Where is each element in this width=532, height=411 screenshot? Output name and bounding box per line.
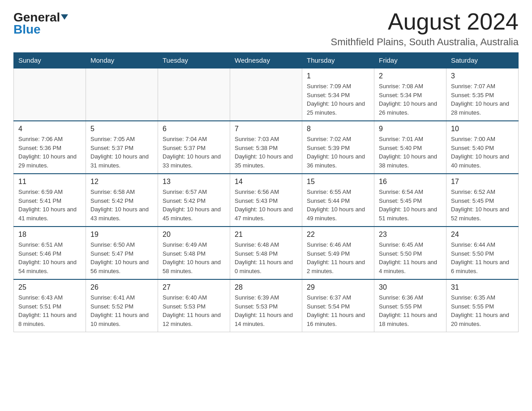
day-number: 14: [235, 178, 297, 186]
day-number: 2: [379, 72, 442, 80]
logo-blue-text: Blue: [13, 23, 41, 36]
day-number: 28: [235, 283, 297, 291]
day-info: Sunrise: 7:08 AMSunset: 5:34 PMDaylight:…: [379, 82, 442, 117]
calendar-cell: 28Sunrise: 6:39 AMSunset: 5:53 PMDayligh…: [230, 279, 302, 332]
day-info: Sunrise: 7:03 AMSunset: 5:38 PMDaylight:…: [235, 135, 297, 170]
calendar-cell: 11Sunrise: 6:59 AMSunset: 5:41 PMDayligh…: [14, 174, 86, 227]
day-number: 29: [307, 283, 369, 291]
weekday-header-thursday: Thursday: [302, 53, 374, 68]
day-info: Sunrise: 7:09 AMSunset: 5:34 PMDaylight:…: [307, 82, 369, 117]
calendar-cell: 27Sunrise: 6:40 AMSunset: 5:53 PMDayligh…: [158, 279, 230, 332]
calendar-cell: 30Sunrise: 6:36 AMSunset: 5:55 PMDayligh…: [374, 279, 446, 332]
calendar-cell: 3Sunrise: 7:07 AMSunset: 5:35 PMDaylight…: [446, 68, 519, 121]
day-info: Sunrise: 6:57 AMSunset: 5:42 PMDaylight:…: [163, 188, 225, 223]
week-row-2: 4Sunrise: 7:06 AMSunset: 5:36 PMDaylight…: [14, 121, 519, 174]
day-info: Sunrise: 6:35 AMSunset: 5:55 PMDaylight:…: [451, 293, 514, 328]
logo-arrow-icon: [61, 14, 68, 20]
day-number: 20: [163, 231, 225, 239]
calendar-cell: 7Sunrise: 7:03 AMSunset: 5:38 PMDaylight…: [230, 121, 302, 174]
calendar-cell: 25Sunrise: 6:43 AMSunset: 5:51 PMDayligh…: [14, 279, 86, 332]
calendar-cell: 31Sunrise: 6:35 AMSunset: 5:55 PMDayligh…: [446, 279, 519, 332]
day-number: 8: [307, 125, 369, 133]
calendar-cell: 14Sunrise: 6:56 AMSunset: 5:43 PMDayligh…: [230, 174, 302, 227]
day-info: Sunrise: 7:02 AMSunset: 5:39 PMDaylight:…: [307, 135, 369, 170]
day-info: Sunrise: 6:44 AMSunset: 5:50 PMDaylight:…: [451, 240, 514, 275]
day-info: Sunrise: 6:36 AMSunset: 5:55 PMDaylight:…: [379, 293, 442, 328]
day-number: 3: [451, 72, 514, 80]
page-header: General Blue August 2024 Smithfield Plai…: [13, 9, 519, 48]
weekday-header-tuesday: Tuesday: [158, 53, 230, 68]
calendar-cell: 21Sunrise: 6:48 AMSunset: 5:48 PMDayligh…: [230, 227, 302, 279]
day-info: Sunrise: 7:05 AMSunset: 5:37 PMDaylight:…: [90, 135, 153, 170]
calendar-cell: 4Sunrise: 7:06 AMSunset: 5:36 PMDaylight…: [14, 121, 86, 174]
calendar-cell: 29Sunrise: 6:37 AMSunset: 5:54 PMDayligh…: [302, 279, 374, 332]
day-number: 21: [235, 231, 297, 239]
weekday-header-saturday: Saturday: [446, 53, 519, 68]
day-number: 24: [451, 231, 514, 239]
day-info: Sunrise: 6:54 AMSunset: 5:45 PMDaylight:…: [379, 188, 442, 223]
day-number: 31: [451, 283, 514, 291]
day-info: Sunrise: 6:49 AMSunset: 5:48 PMDaylight:…: [163, 240, 225, 275]
day-number: 11: [18, 178, 81, 186]
day-info: Sunrise: 7:00 AMSunset: 5:40 PMDaylight:…: [451, 135, 514, 170]
month-title: August 2024: [331, 9, 519, 34]
day-info: Sunrise: 6:50 AMSunset: 5:47 PMDaylight:…: [90, 240, 153, 275]
week-row-3: 11Sunrise: 6:59 AMSunset: 5:41 PMDayligh…: [14, 174, 519, 227]
calendar-cell: 15Sunrise: 6:55 AMSunset: 5:44 PMDayligh…: [302, 174, 374, 227]
day-info: Sunrise: 6:46 AMSunset: 5:49 PMDaylight:…: [307, 240, 369, 275]
calendar-cell: 1Sunrise: 7:09 AMSunset: 5:34 PMDaylight…: [302, 68, 374, 121]
day-number: 22: [307, 231, 369, 239]
day-info: Sunrise: 7:06 AMSunset: 5:36 PMDaylight:…: [18, 135, 81, 170]
location-title: Smithfield Plains, South Australia, Aust…: [331, 36, 519, 48]
day-info: Sunrise: 6:59 AMSunset: 5:41 PMDaylight:…: [18, 188, 81, 223]
day-number: 15: [307, 178, 369, 186]
calendar-cell: 22Sunrise: 6:46 AMSunset: 5:49 PMDayligh…: [302, 227, 374, 279]
weekday-header-friday: Friday: [374, 53, 446, 68]
day-number: 18: [18, 231, 81, 239]
day-number: 7: [235, 125, 297, 133]
calendar-cell: 24Sunrise: 6:44 AMSunset: 5:50 PMDayligh…: [446, 227, 519, 279]
calendar-cell: 23Sunrise: 6:45 AMSunset: 5:50 PMDayligh…: [374, 227, 446, 279]
calendar-cell: 17Sunrise: 6:52 AMSunset: 5:45 PMDayligh…: [446, 174, 519, 227]
day-info: Sunrise: 6:58 AMSunset: 5:42 PMDaylight:…: [90, 188, 153, 223]
day-number: 1: [307, 72, 369, 80]
calendar-cell: 20Sunrise: 6:49 AMSunset: 5:48 PMDayligh…: [158, 227, 230, 279]
day-info: Sunrise: 6:40 AMSunset: 5:53 PMDaylight:…: [163, 293, 225, 328]
day-info: Sunrise: 6:52 AMSunset: 5:45 PMDaylight:…: [451, 188, 514, 223]
calendar-cell: 12Sunrise: 6:58 AMSunset: 5:42 PMDayligh…: [86, 174, 158, 227]
day-info: Sunrise: 6:51 AMSunset: 5:46 PMDaylight:…: [18, 240, 81, 275]
day-number: 9: [379, 125, 442, 133]
calendar-cell: 19Sunrise: 6:50 AMSunset: 5:47 PMDayligh…: [86, 227, 158, 279]
week-row-4: 18Sunrise: 6:51 AMSunset: 5:46 PMDayligh…: [14, 227, 519, 279]
calendar-cell: 10Sunrise: 7:00 AMSunset: 5:40 PMDayligh…: [446, 121, 519, 174]
calendar-cell: 26Sunrise: 6:41 AMSunset: 5:52 PMDayligh…: [86, 279, 158, 332]
day-info: Sunrise: 6:41 AMSunset: 5:52 PMDaylight:…: [90, 293, 153, 328]
day-info: Sunrise: 6:39 AMSunset: 5:53 PMDaylight:…: [235, 293, 297, 328]
logo: General Blue: [13, 9, 68, 36]
day-number: 19: [90, 231, 153, 239]
calendar-cell: [230, 68, 302, 121]
day-number: 23: [379, 231, 442, 239]
day-info: Sunrise: 6:37 AMSunset: 5:54 PMDaylight:…: [307, 293, 369, 328]
calendar-cell: 2Sunrise: 7:08 AMSunset: 5:34 PMDaylight…: [374, 68, 446, 121]
calendar-table: SundayMondayTuesdayWednesdayThursdayFrid…: [13, 52, 519, 332]
calendar-cell: 9Sunrise: 7:01 AMSunset: 5:40 PMDaylight…: [374, 121, 446, 174]
day-info: Sunrise: 6:45 AMSunset: 5:50 PMDaylight:…: [379, 240, 442, 275]
weekday-header-sunday: Sunday: [14, 53, 86, 68]
calendar-cell: 18Sunrise: 6:51 AMSunset: 5:46 PMDayligh…: [14, 227, 86, 279]
day-number: 30: [379, 283, 442, 291]
day-number: 13: [163, 178, 225, 186]
day-info: Sunrise: 7:01 AMSunset: 5:40 PMDaylight:…: [379, 135, 442, 170]
calendar-cell: 8Sunrise: 7:02 AMSunset: 5:39 PMDaylight…: [302, 121, 374, 174]
day-number: 17: [451, 178, 514, 186]
calendar-cell: 6Sunrise: 7:04 AMSunset: 5:37 PMDaylight…: [158, 121, 230, 174]
weekday-header-row: SundayMondayTuesdayWednesdayThursdayFrid…: [14, 53, 519, 68]
weekday-header-wednesday: Wednesday: [230, 53, 302, 68]
day-number: 10: [451, 125, 514, 133]
day-number: 25: [18, 283, 81, 291]
day-info: Sunrise: 6:55 AMSunset: 5:44 PMDaylight:…: [307, 188, 369, 223]
calendar-cell: [86, 68, 158, 121]
calendar-cell: 5Sunrise: 7:05 AMSunset: 5:37 PMDaylight…: [86, 121, 158, 174]
day-number: 26: [90, 283, 153, 291]
day-number: 27: [163, 283, 225, 291]
